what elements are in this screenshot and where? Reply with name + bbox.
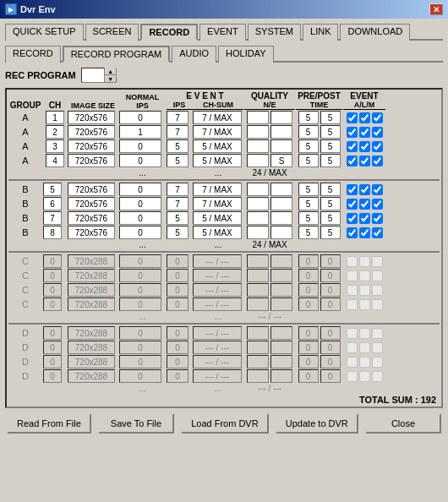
ch-input[interactable]	[43, 211, 62, 225]
read-from-file-button[interactable]: Read From File	[7, 413, 91, 434]
alm-m[interactable]	[372, 127, 383, 138]
ch-input[interactable]	[46, 125, 64, 139]
quality-e[interactable]	[270, 226, 292, 239]
pre-input[interactable]	[298, 226, 319, 239]
alm-l[interactable]	[359, 112, 370, 123]
quality-n[interactable]	[247, 154, 269, 167]
quality-n[interactable]	[247, 211, 269, 225]
alm-l[interactable]	[359, 199, 370, 210]
alm-a[interactable]	[347, 184, 358, 195]
alm-l[interactable]	[359, 184, 370, 195]
update-to-dvr-button[interactable]: Update to DVR	[276, 413, 358, 434]
alm-m[interactable]	[372, 141, 383, 152]
alm-a[interactable]	[347, 112, 358, 123]
alm-m[interactable]	[372, 227, 383, 238]
image-size-input[interactable]	[68, 183, 115, 196]
sub-tab-record-program[interactable]: RECORD PROGRAM	[63, 46, 171, 63]
alm-m[interactable]	[372, 199, 383, 210]
normal-ips-input[interactable]	[119, 125, 161, 139]
tab-quick-setup[interactable]: QUICK SETUP	[5, 24, 84, 41]
normal-ips-input[interactable]	[119, 211, 161, 225]
quality-n[interactable]	[247, 197, 269, 210]
rec-program-spinner[interactable]: 6 ▲ ▼	[81, 68, 117, 83]
normal-ips-input[interactable]	[119, 111, 161, 124]
tab-download[interactable]: DOWNLOAD	[340, 24, 410, 41]
ch-input[interactable]	[46, 111, 64, 124]
pre-input[interactable]	[298, 211, 319, 225]
event-ips-input[interactable]	[167, 154, 188, 167]
quality-n[interactable]	[247, 125, 269, 139]
ch-input[interactable]	[46, 154, 64, 167]
ch-sum-input[interactable]	[193, 183, 242, 196]
post-input[interactable]	[320, 139, 341, 153]
ch-input[interactable]	[43, 226, 62, 239]
alm-l[interactable]	[359, 156, 370, 166]
quality-e[interactable]	[270, 125, 292, 139]
ch-input[interactable]	[43, 197, 62, 210]
quality-e[interactable]	[270, 111, 292, 124]
pre-input[interactable]	[298, 183, 319, 196]
alm-m[interactable]	[372, 213, 383, 224]
post-input[interactable]	[320, 154, 341, 167]
pre-input[interactable]	[298, 111, 319, 124]
alm-a[interactable]	[347, 227, 358, 238]
image-size-input[interactable]	[68, 154, 115, 167]
quality-e[interactable]	[270, 139, 292, 153]
event-ips-input[interactable]	[167, 111, 188, 124]
quality-n[interactable]	[247, 139, 269, 153]
quality-n[interactable]	[247, 226, 269, 239]
alm-m[interactable]	[372, 112, 383, 123]
save-to-file-button[interactable]: Save To File	[98, 413, 174, 434]
quality-e[interactable]	[270, 197, 292, 210]
spinner-up[interactable]: ▲	[105, 68, 117, 75]
close-button[interactable]: Close	[365, 413, 441, 434]
image-size-input[interactable]	[68, 125, 115, 139]
image-size-input[interactable]	[68, 211, 115, 225]
pre-input[interactable]	[298, 197, 319, 210]
post-input[interactable]	[320, 183, 341, 196]
alm-a[interactable]	[347, 213, 358, 224]
alm-m[interactable]	[372, 184, 383, 195]
rec-program-input[interactable]: 6	[81, 68, 105, 83]
post-input[interactable]	[320, 226, 341, 239]
alm-l[interactable]	[359, 127, 370, 138]
sub-tab-record[interactable]: RECORD	[5, 46, 61, 63]
post-input[interactable]	[320, 211, 341, 225]
spinner-down[interactable]: ▼	[105, 75, 117, 83]
quality-e[interactable]	[270, 211, 292, 225]
ch-sum-input[interactable]	[193, 226, 242, 239]
event-ips-input[interactable]	[167, 197, 188, 210]
normal-ips-input[interactable]	[119, 197, 161, 210]
ch-sum-input[interactable]	[193, 111, 242, 124]
quality-n[interactable]	[247, 183, 269, 196]
quality-n[interactable]	[247, 111, 269, 124]
pre-input[interactable]	[298, 154, 319, 167]
normal-ips-input[interactable]	[119, 154, 161, 167]
alm-l[interactable]	[359, 227, 370, 238]
load-from-dvr-button[interactable]: Load From DVR	[181, 413, 268, 434]
tab-record[interactable]: RECORD	[140, 24, 198, 41]
sub-tab-audio[interactable]: AUDIO	[172, 46, 216, 63]
ch-sum-input[interactable]	[193, 211, 242, 225]
sub-tab-holiday[interactable]: HOLIDAY	[218, 46, 273, 63]
normal-ips-input[interactable]	[119, 183, 161, 196]
event-ips-input[interactable]	[167, 226, 188, 239]
image-size-input[interactable]	[68, 226, 115, 239]
ch-input[interactable]	[46, 139, 64, 153]
image-size-input[interactable]	[68, 139, 115, 153]
alm-l[interactable]	[359, 213, 370, 224]
close-window-button[interactable]: ✕	[429, 3, 443, 15]
alm-a[interactable]	[347, 127, 358, 138]
alm-l[interactable]	[359, 141, 370, 152]
ch-input[interactable]	[43, 183, 62, 196]
tab-link[interactable]: LINK	[303, 24, 338, 41]
pre-input[interactable]	[298, 139, 319, 153]
post-input[interactable]	[320, 125, 341, 139]
event-ips-input[interactable]	[167, 211, 188, 225]
ch-sum-input[interactable]	[193, 125, 242, 139]
alm-m[interactable]	[372, 156, 383, 166]
tab-screen[interactable]: SCREEN	[85, 24, 139, 41]
alm-a[interactable]	[347, 199, 358, 210]
tab-event[interactable]: EVENT	[199, 24, 246, 41]
ch-sum-input[interactable]	[193, 154, 242, 167]
